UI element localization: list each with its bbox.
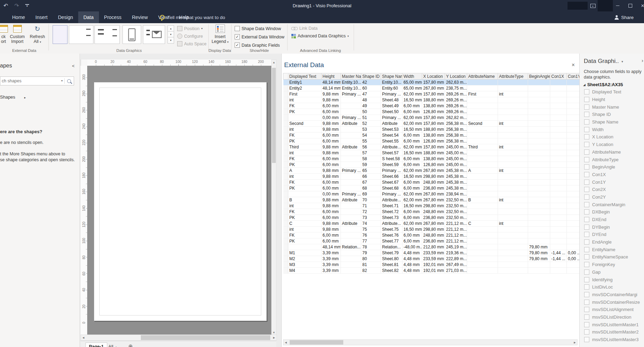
auto-space-button[interactable]: Auto Space	[177, 41, 207, 46]
ribbon-tab[interactable]: Insert	[30, 11, 53, 23]
scrollbar-thumb[interactable]	[141, 335, 270, 340]
table-row[interactable]: 0,00 mm Primary ... 51 Primary ... 62,00…	[283, 115, 580, 121]
table-row[interactable]: FK 6,00 mm 72 Sheet.72 6,00 mm 248,80 mm…	[283, 209, 580, 215]
field-item[interactable]: Master Name	[580, 103, 644, 111]
table-row[interactable]: int 9,88 mm 53 Sheet.53 16,50 mm 188,80 …	[283, 127, 580, 133]
field-checkbox[interactable]	[584, 89, 589, 94]
table-row[interactable]: M1 3,39 mm 79 Sheet.79 4,48 mm 233,59 mm…	[283, 250, 580, 256]
page-tab[interactable]: Page-1	[85, 343, 107, 347]
field-item[interactable]: ContainerMargin	[580, 201, 644, 208]
row-selector[interactable]	[283, 115, 288, 121]
field-item[interactable]: msvSDListItemMaster3	[580, 336, 644, 344]
field-checkbox[interactable]	[584, 164, 589, 170]
row-selector[interactable]	[283, 174, 288, 180]
add-page-icon[interactable]: ⊕	[128, 343, 133, 347]
row-selector[interactable]	[283, 133, 288, 138]
field-checkbox[interactable]	[584, 157, 589, 162]
row-selector[interactable]	[283, 109, 288, 115]
column-header[interactable]: Con1Y	[567, 73, 580, 80]
field-item[interactable]: DXBegin	[580, 208, 644, 216]
field-item[interactable]: msvSDListItemMaster1	[580, 321, 644, 328]
field-checkbox[interactable]	[584, 202, 589, 207]
field-item[interactable]: ListDivLoc	[580, 283, 644, 291]
field-checkbox[interactable]	[584, 239, 589, 245]
field-checkbox[interactable]	[584, 322, 589, 327]
table-row[interactable]: int 9,88 mm 48 Sheet.48 16,50 mm 188,80 …	[283, 97, 580, 103]
field-item[interactable]: AttributeType	[580, 156, 644, 163]
column-header[interactable]: Master Nan	[341, 73, 361, 80]
data-graphic-preview-none[interactable]	[53, 25, 67, 44]
table-row[interactable]: PK 6,00 mm 73 Sheet.73 6,00 mm 236,80 mm…	[283, 215, 580, 221]
column-header[interactable]: X Location	[422, 73, 445, 80]
row-selector[interactable]	[283, 80, 288, 85]
table-row[interactable]: First 9,88 mm Primary ... 47 Primary ...…	[283, 91, 580, 97]
all-pages-button[interactable]: All▲	[108, 344, 117, 347]
table-row[interactable]: PK 6,00 mm 59 Sheet.59 6,00 mm 126,80 mm…	[283, 162, 580, 168]
ribbon-tab[interactable]: Design	[53, 11, 78, 23]
field-checkbox[interactable]	[584, 270, 589, 275]
row-selector[interactable]	[283, 232, 288, 238]
more-shapes-menu[interactable]: Shapes▸	[0, 94, 26, 100]
row-selector[interactable]	[283, 256, 288, 262]
row-selector[interactable]	[283, 103, 288, 109]
table-row[interactable]: FK 6,00 mm 76 Sheet.76 6,00 mm 248,80 mm…	[283, 232, 580, 238]
column-header[interactable]: Con1X	[550, 73, 567, 80]
row-selector[interactable]	[283, 221, 288, 227]
field-item[interactable]: EndAngle	[580, 238, 644, 246]
table-row[interactable]: 48,14 mm Relation... 78 Relation... -48,…	[283, 244, 580, 250]
field-item[interactable]: Displayed Text	[580, 88, 644, 96]
field-checkbox[interactable]	[584, 277, 589, 282]
external-data-horizontal-scrollbar[interactable]: ◄ ►	[283, 339, 578, 345]
table-row[interactable]: PK 6,00 mm 55 Sheet.55 6,00 mm 126,80 mm…	[283, 138, 580, 144]
field-checkbox[interactable]	[584, 149, 589, 155]
table-row[interactable]: 0,00 mm Primary ... 69 Primary ... 62,00…	[283, 191, 580, 197]
chevron-right-icon[interactable]: ›	[642, 57, 643, 63]
field-item[interactable]: Height	[580, 96, 644, 103]
link-data-button[interactable]: Link Data	[291, 26, 318, 31]
field-checkbox[interactable]	[584, 329, 589, 335]
sheet-group-header[interactable]: ◢ Sheet1$A2:AX35	[583, 82, 623, 87]
field-item[interactable]: Y Location	[580, 141, 644, 148]
field-checkbox[interactable]	[584, 314, 589, 320]
field-checkbox[interactable]	[584, 217, 589, 222]
field-checkbox[interactable]	[584, 232, 589, 237]
field-item[interactable]: DYEnd	[580, 231, 644, 238]
row-selector[interactable]	[283, 144, 288, 150]
scroll-right-icon[interactable]: ►	[272, 335, 276, 340]
advanced-data-graphics-button[interactable]: Advanced Data Graphics▾	[291, 34, 349, 38]
minimize-button[interactable]	[613, 0, 622, 11]
field-item[interactable]: msvSDListItemMaster2	[580, 328, 644, 336]
gallery-more-button[interactable]: ▾	[167, 37, 174, 44]
field-checkbox[interactable]	[584, 112, 589, 117]
field-item[interactable]: msvSDListDirection	[580, 313, 644, 321]
field-item[interactable]: X Location	[580, 133, 644, 141]
drawing-canvas[interactable]	[87, 66, 271, 335]
field-checkbox[interactable]	[584, 180, 589, 185]
scroll-up-icon[interactable]: ▲	[272, 60, 276, 65]
field-item[interactable]: BeginAngle	[580, 163, 644, 171]
field-item[interactable]: EntityNameSpace	[580, 253, 644, 261]
field-checkbox[interactable]	[584, 104, 589, 110]
ribbon-tab[interactable]: Home	[7, 11, 30, 23]
field-checkbox[interactable]	[584, 337, 589, 342]
row-selector[interactable]	[283, 91, 288, 97]
position-button[interactable]: Position▾	[177, 26, 203, 31]
table-row[interactable]: int 9,88 mm 57 Sheet.57 16,50 mm 188,80 …	[283, 150, 580, 156]
row-selector[interactable]	[283, 97, 288, 103]
table-row[interactable]: Entity1 48,14 mm Entity.10... 42 Entity.…	[283, 80, 580, 85]
row-selector[interactable]	[283, 156, 288, 162]
table-row[interactable]: M2 3,39 mm 80 Sheet.80 4,48 mm 233,59 mm…	[283, 256, 580, 262]
scroll-left-icon[interactable]: ◄	[81, 335, 86, 340]
field-checkbox[interactable]	[584, 254, 589, 259]
collapse-panel-icon[interactable]: <	[72, 63, 75, 69]
undo-icon[interactable]: ↶	[3, 3, 8, 9]
column-header[interactable]: Shape Nam	[381, 73, 402, 80]
close-icon[interactable]: ×	[572, 62, 575, 68]
field-item[interactable]: msvSDListAlignment	[580, 306, 644, 313]
table-row[interactable]: FK 6,00 mm 54 Sheet.54 6,00 mm 138,80 mm…	[283, 133, 580, 138]
table-row[interactable]: int 9,88 mm 71 Sheet.71 16,50 mm 298,80 …	[283, 203, 580, 209]
configure-button[interactable]: Configure	[177, 34, 203, 39]
ribbon-tab[interactable]: Process	[99, 11, 127, 23]
tell-me-box[interactable]: Tell me what you want to do	[160, 11, 225, 23]
field-item[interactable]: Width	[580, 126, 644, 133]
